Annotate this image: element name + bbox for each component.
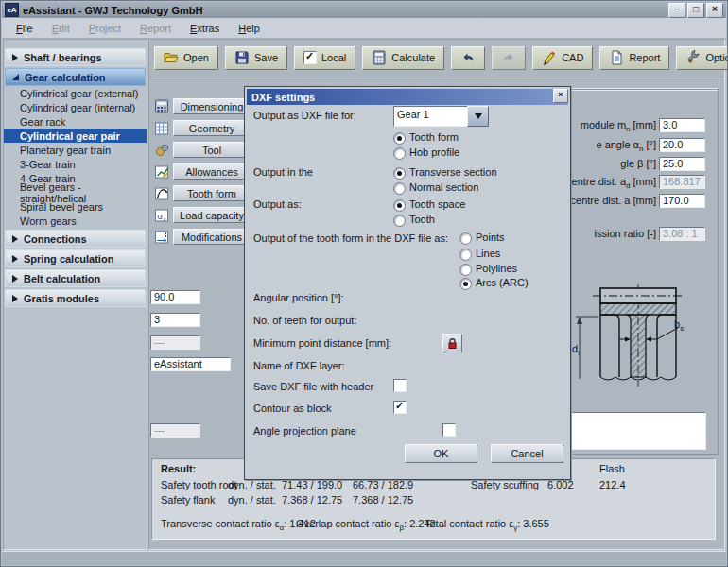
result-label: Safety flank [161,494,215,506]
save-header-checkbox[interactable] [393,379,407,392]
normal-section-radio[interactable] [393,182,406,195]
app-icon: eA [5,3,19,17]
sidebar-section-connections[interactable]: Connections [5,230,146,248]
local-checkbox[interactable] [303,51,317,64]
sidebar-item-cylindrical-gear-pair[interactable]: Cylindrical gear pair [4,129,147,143]
standard-centre-distance-output: 168.817 [659,175,705,189]
sidebar-section-gratis-modules[interactable]: Gratis modules [5,289,146,307]
lines-radio[interactable] [459,249,472,261]
chevron-right-icon [12,295,18,302]
open-button[interactable]: Open [154,46,218,70]
menu-edit: Edit [43,21,78,36]
contour-block-label: Contour as block [253,403,332,414]
calculate-button[interactable]: Calculate [362,46,444,70]
sidebar-item-planetary-gear-train[interactable]: Planetary gear train [4,143,147,157]
cad-button[interactable]: CAD [532,46,593,70]
arcs-radio[interactable] [459,278,472,290]
result-value: 66.73 / 182.9 [353,479,413,490]
pressure-angle-input[interactable]: 20.0 [659,138,705,152]
menu-file[interactable]: File [8,21,42,36]
sidebar-section-gear-calculation[interactable]: Gear calculation [5,68,146,86]
gear-select-arrow[interactable] [467,106,489,127]
load-capacity-icon: σx [154,208,170,223]
overlap-contact-ratio: Overlap contact ratio εβ: 2.242 [296,518,436,529]
helix-angle-input[interactable]: 25.0 [659,157,705,171]
maximize-button[interactable]: □ [687,3,704,18]
chevron-right-icon [12,275,18,283]
sidebar-item-bevel-gears[interactable]: Bevel gears - straight/helical [4,185,147,199]
tooth-form-radio[interactable] [393,132,406,145]
window-title: eAssistant - GWJ Technology GmbH [23,5,203,16]
dialog-close-button[interactable]: × [553,89,568,103]
info-box [570,412,706,450]
output-as-label: Output as: [253,198,302,210]
ok-button[interactable]: OK [405,444,477,463]
chevron-right-icon [12,235,18,243]
polylines-radio[interactable] [459,264,472,276]
gear-select[interactable]: Gear 1 [393,106,469,127]
menu-help[interactable]: Help [230,21,269,36]
points-radio[interactable] [459,232,472,245]
tab-load-capacity[interactable]: σx Load capacity [154,207,251,223]
tab-geometry[interactable]: Geometry [154,120,251,136]
hob-profile-radio[interactable] [393,147,406,160]
angle-projection-checkbox[interactable] [442,423,456,437]
transverse-contact-ratio: Transverse contact ratio εα: 1.412 [161,518,316,529]
tooth-space-radio[interactable] [393,199,406,212]
tab-modifications[interactable]: Modifications [154,229,251,245]
geometry-icon [154,121,170,136]
working-centre-distance-input[interactable]: 170.0 [659,194,705,208]
minimize-button[interactable]: – [668,3,685,18]
cancel-button[interactable]: Cancel [491,444,563,463]
save-button[interactable]: Save [225,46,287,70]
save-floppy-icon [234,50,250,65]
gear-section-drawing [564,281,720,402]
min-point-distance-input: --- [150,335,200,350]
allowances-icon [154,164,170,180]
sidebar-section-spring-calculation[interactable]: Spring calculation [5,249,146,267]
cad-pencil-icon [542,50,557,65]
chevron-down-icon [475,113,482,119]
undo-icon [460,50,476,65]
sidebar-item-cylindrical-gear-external[interactable]: Cylindrical gear (external) [4,86,147,100]
local-toggle[interactable]: Local [294,46,355,70]
result-value: 7.368 / 12.75 [353,494,413,506]
transverse-section-radio[interactable] [393,167,406,180]
teeth-output-input[interactable]: 3 [150,313,200,327]
tooth-radio[interactable] [393,215,406,227]
normal-module-input[interactable]: 3.0 [659,118,705,132]
teeth-output-label: No. of teeth for output: [253,315,356,326]
sidebar-item-gear-rack[interactable]: Gear rack [4,114,147,129]
report-button[interactable]: Report [599,46,669,70]
sidebar-section-shaft-bearings[interactable]: Shaft / bearings [5,48,146,66]
sidebar-item-cylindrical-gear-internal[interactable]: Cylindrical gear (internal) [4,100,147,114]
form-as-label: Output of the tooth form in the DXF file… [253,232,448,244]
contour-block-checkbox[interactable] [393,401,407,414]
dxf-layer-input[interactable]: eAssistant [150,357,231,371]
angle-projection-label: Angle projection plane [253,425,356,437]
sidebar-item-3-gear-train[interactable]: 3-Gear train [4,157,147,171]
toolbar-divider [149,77,723,77]
angle-projection-input: --- [150,423,200,438]
undo-button[interactable] [451,46,485,70]
sidebar-section-belt-calculation[interactable]: Belt calculation [5,269,146,287]
web-width-label: bs [674,318,684,330]
close-button[interactable]: × [706,3,723,18]
output-for-label: Output as DXF file for: [253,110,356,121]
result-label: dyn. / stat. [228,479,276,490]
open-folder-icon [164,50,179,65]
tab-tooth-form[interactable]: Tooth form [154,185,251,201]
sidebar: Shaft / bearings Gear calculation Cylind… [3,39,147,550]
min-point-distance-label: Minimum point distance [mm]: [253,337,391,349]
lock-icon [446,337,459,350]
tab-dimensioning[interactable]: Dimensioning [154,98,251,114]
lock-button[interactable] [442,334,462,352]
menu-extras[interactable]: Extras [182,21,228,36]
sidebar-item-worm-gears[interactable]: Worm gears [4,214,147,228]
tab-allowances[interactable]: Allowances [154,163,251,180]
tab-tool[interactable]: Tool [154,142,251,158]
dialog-title: DXF settings [251,92,315,103]
results-title: Result: [161,463,196,474]
options-button[interactable]: Options [676,46,728,70]
angular-position-input[interactable]: 90.0 [150,290,200,304]
